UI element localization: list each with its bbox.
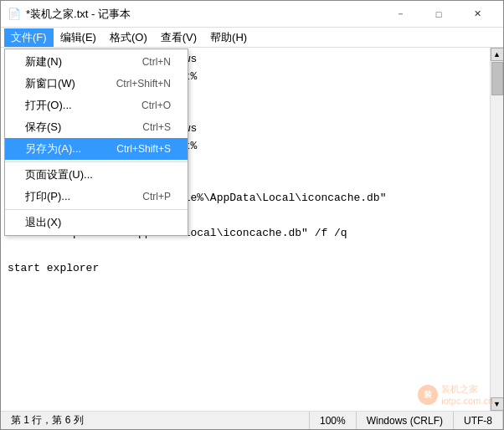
- menu-save[interactable]: 保存(S) Ctrl+S: [5, 116, 188, 138]
- status-position: 第 1 行，第 6 列: [1, 412, 310, 429]
- menu-print[interactable]: 打印(P)... Ctrl+P: [5, 186, 188, 207]
- watermark: 装 装机之家 iotpc.com.cn: [418, 383, 493, 406]
- title-bar-controls: － □ ✕: [381, 1, 496, 28]
- menu-bar: 文件(F) 新建(N) Ctrl+N 新窗口(W) Ctrl+Shift+N 打…: [1, 28, 503, 48]
- menu-new-window[interactable]: 新窗口(W) Ctrl+Shift+N: [5, 73, 188, 95]
- menu-page-setup[interactable]: 页面设置(U)...: [5, 164, 188, 186]
- menu-separator-1: [5, 161, 188, 162]
- file-dropdown-menu: 新建(N) Ctrl+N 新窗口(W) Ctrl+Shift+N 打开(O)..…: [4, 49, 188, 236]
- watermark-logo: 装: [418, 385, 438, 405]
- menu-separator-2: [5, 209, 188, 210]
- menu-view[interactable]: 查看(V): [154, 28, 203, 47]
- scroll-track[interactable]: [491, 61, 503, 397]
- minimize-button[interactable]: －: [381, 1, 419, 28]
- status-bar: 第 1 行，第 6 列 100% Windows (CRLF) UTF-8: [1, 411, 503, 429]
- menu-format[interactable]: 格式(O): [103, 28, 154, 47]
- scroll-up-button[interactable]: ▲: [491, 48, 504, 61]
- menu-new[interactable]: 新建(N) Ctrl+N: [5, 51, 188, 73]
- app-icon: 📄: [8, 8, 21, 21]
- watermark-text: 装机之家 iotpc.com.cn: [441, 383, 493, 406]
- main-window: 📄 *装机之家.txt - 记事本 － □ ✕ 文件(F) 新建(N) Ctrl…: [0, 0, 504, 430]
- close-button[interactable]: ✕: [458, 1, 496, 28]
- window-title: *装机之家.txt - 记事本: [26, 7, 131, 22]
- menu-help[interactable]: 帮助(H): [203, 28, 254, 47]
- maximize-button[interactable]: □: [419, 1, 458, 28]
- menu-exit[interactable]: 退出(X): [5, 212, 188, 233]
- title-bar: 📄 *装机之家.txt - 记事本 － □ ✕: [1, 1, 503, 28]
- menu-file[interactable]: 文件(F) 新建(N) Ctrl+N 新窗口(W) Ctrl+Shift+N 打…: [4, 28, 54, 47]
- status-zoom: 100%: [310, 412, 357, 429]
- title-bar-left: 📄 *装机之家.txt - 记事本: [8, 7, 131, 22]
- scroll-thumb[interactable]: [491, 62, 503, 95]
- status-line-ending: Windows (CRLF): [357, 412, 454, 429]
- vertical-scrollbar[interactable]: ▲ ▼: [490, 48, 503, 411]
- status-encoding: UTF-8: [454, 412, 503, 429]
- menu-open[interactable]: 打开(O)... Ctrl+O: [5, 95, 188, 116]
- menu-save-as[interactable]: 另存为(A)... Ctrl+Shift+S: [5, 138, 188, 160]
- menu-edit[interactable]: 编辑(E): [54, 28, 103, 47]
